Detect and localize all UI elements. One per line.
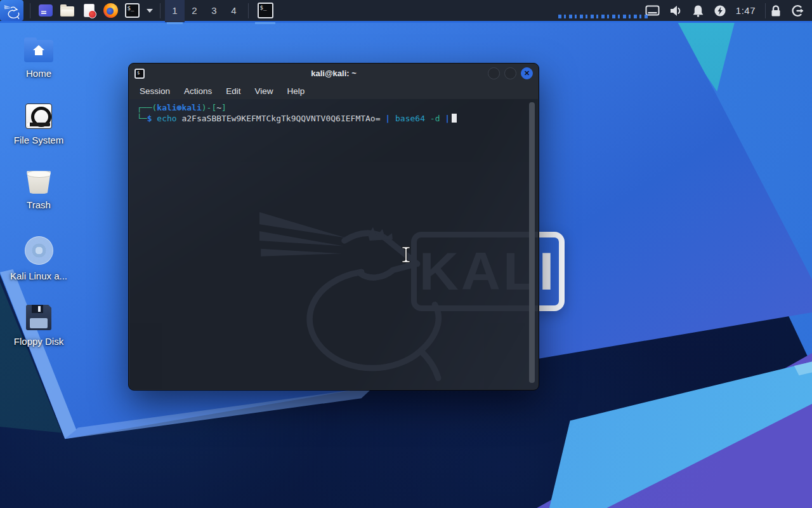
desktop-icon-label: Home (26, 68, 51, 79)
workspace-pager: 1 2 3 4 (165, 0, 244, 22)
top-panel: $_ 1 2 3 4 $_ 1:47 (0, 0, 812, 23)
window-app-icon (39, 4, 53, 17)
kali-watermark-text: KALI (419, 241, 538, 302)
terminal-line: └─$ echo a2FsaSBBTEw9KEFMTCkgTk9QQVNTV0Q… (137, 113, 525, 124)
menu-help[interactable]: Help (282, 85, 311, 97)
maximize-button[interactable] (504, 67, 516, 79)
floppy-disk-icon (26, 305, 51, 330)
firefox-icon (103, 3, 118, 18)
minimize-button[interactable] (488, 67, 500, 79)
home-folder-icon (24, 40, 53, 62)
terminal-window-title: kali@kali: ~ (129, 69, 539, 78)
cd-disc-icon (25, 236, 53, 265)
trash-can-icon (27, 170, 51, 194)
notifications-bell-icon[interactable] (692, 4, 704, 17)
launcher-app-window[interactable] (37, 3, 54, 19)
desktop-icon-kali-cd[interactable]: Kali Linux a... (0, 236, 77, 281)
document-icon (84, 4, 95, 17)
menu-session[interactable]: Session (134, 85, 176, 97)
panel-separator (160, 3, 160, 18)
terminal-icon: $_ (258, 3, 273, 18)
workspace-4[interactable]: 4 (224, 0, 244, 22)
folder-icon (60, 6, 74, 17)
hard-drive-icon (25, 104, 52, 129)
close-button[interactable]: ✕ (521, 67, 533, 79)
window-buttons: ✕ (488, 67, 533, 79)
applications-menu-button[interactable] (0, 0, 23, 21)
desktop-icon-file-system[interactable]: File System (0, 104, 77, 145)
terminal-window: $ kali@kali: ~ ✕ Session Actions Edit Vi… (128, 63, 539, 391)
terminal-cursor (452, 114, 457, 123)
terminal-scrollbar[interactable] (529, 102, 535, 383)
kali-dragon-icon (4, 3, 20, 19)
workspace-3[interactable]: 3 (204, 0, 224, 22)
terminal-titlebar[interactable]: $ kali@kali: ~ ✕ (129, 64, 539, 83)
workspace-2[interactable]: 2 (185, 0, 204, 22)
system-tray: 1:47 (645, 4, 756, 17)
lock-screen-icon[interactable] (770, 4, 782, 17)
logout-icon[interactable] (791, 4, 804, 17)
terminal-icon: $_ (125, 3, 140, 18)
desktop-icon-label: File System (14, 135, 63, 145)
clipped-window-title-fragment (558, 15, 648, 18)
clock[interactable]: 1:47 (736, 5, 756, 16)
panel-separator (30, 3, 30, 18)
terminal-line: ┌──(kali⊛kali)-[~] (137, 102, 525, 113)
panel-separator (248, 3, 249, 18)
launcher-firefox[interactable] (102, 3, 119, 19)
menu-edit[interactable]: Edit (220, 85, 246, 97)
launcher-text-editor[interactable] (81, 3, 97, 19)
workspace-1[interactable]: 1 (165, 0, 185, 22)
desktop-icon-label: Floppy Disk (14, 336, 63, 347)
kali-box-watermark: KALI (411, 232, 538, 311)
terminal-menubar: Session Actions Edit View Help (129, 83, 539, 99)
launcher-file-manager[interactable] (59, 3, 75, 19)
terminal-window-icon: $ (134, 69, 145, 79)
menu-actions[interactable]: Actions (178, 85, 218, 97)
launcher-terminal[interactable]: $_ (124, 3, 140, 19)
desktop-icon-floppy[interactable]: Floppy Disk (0, 305, 77, 347)
terminal-lines: ┌──(kali⊛kali)-[~]└─$ echo a2FsaSBBTEw9K… (137, 102, 525, 124)
desktop-icon-label: Kali Linux a... (10, 271, 67, 281)
desktop-icon-label: Trash (27, 199, 51, 210)
taskbar-terminal-button[interactable]: $_ (253, 0, 277, 22)
desktop-icon-home[interactable]: Home (0, 37, 77, 79)
menu-view[interactable]: View (249, 85, 279, 97)
desktop-icon-trash[interactable]: Trash (0, 170, 77, 210)
power-manager-icon[interactable] (714, 4, 726, 17)
terminal-screen[interactable]: KALI ┌──(kali⊛kali)-[~]└─$ echo a2FsaSBB… (129, 99, 538, 389)
panel-separator (765, 3, 766, 18)
chevron-down-icon[interactable] (147, 9, 153, 13)
volume-icon[interactable] (669, 4, 683, 17)
ibeam-cursor (400, 246, 412, 264)
panel-right-actions (770, 4, 804, 17)
